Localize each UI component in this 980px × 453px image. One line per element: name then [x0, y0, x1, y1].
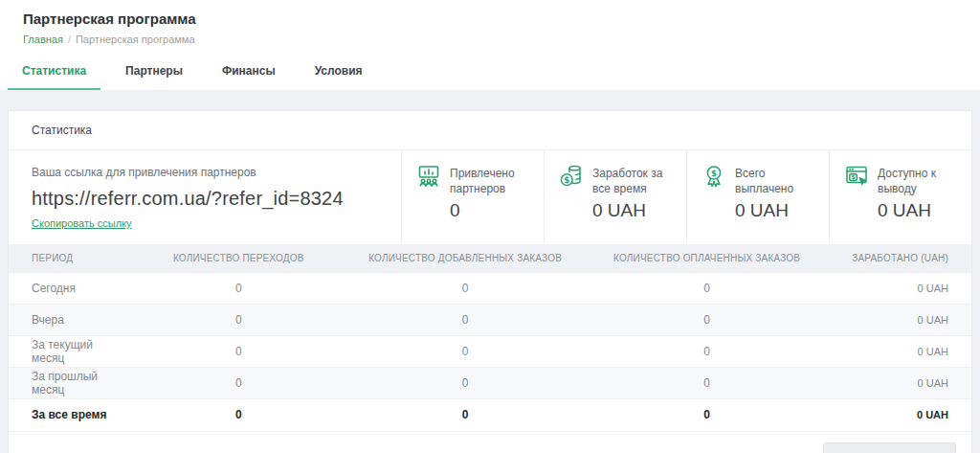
breadcrumb-current: Партнерская программа — [76, 34, 195, 45]
statistics-panel: Статистика Ваша ссылка для привлечения п… — [8, 110, 972, 453]
cell-added-orders: 0 — [345, 336, 585, 368]
statistics-table: ПЕРИОД КОЛИЧЕСТВО ПЕРЕХОДОВ КОЛИЧЕСТВО Д… — [9, 244, 971, 431]
panel-footer: Получить выплату — [9, 431, 971, 453]
tab-partners[interactable]: Партнеры — [111, 59, 197, 90]
cell-paid-orders: 0 — [585, 305, 829, 336]
cell-transitions: 0 — [131, 305, 345, 336]
stat-card-earned-total: $ Заработок за все время 0 UAH — [544, 150, 686, 244]
referral-link-label: Ваша ссылка для привлечения партнеров — [32, 166, 378, 179]
column-header-earned: ЗАРАБОТАНО (UAH) — [829, 244, 971, 273]
stat-card-paid-out: $ Всего выплачено 0 UAH — [686, 150, 829, 244]
cell-transitions: 0 — [131, 273, 345, 305]
cell-added-orders: 0 — [345, 368, 585, 399]
audience-icon — [416, 164, 441, 189]
cell-earned: 0 UAH — [829, 336, 971, 368]
cell-earned: 0 UAH — [829, 305, 971, 336]
stat-card-available: $ Доступно к выводу 0 UAH — [829, 150, 971, 244]
svg-text:$: $ — [564, 175, 569, 185]
stat-value: 0 UAH — [878, 200, 960, 221]
table-row: Сегодня 0 0 0 0 UAH — [9, 273, 971, 305]
referral-link-block: Ваша ссылка для привлечения партнеров ht… — [9, 150, 401, 244]
breadcrumb-home-link[interactable]: Главная — [23, 34, 63, 45]
stat-value: 0 UAH — [592, 200, 675, 221]
cell-transitions: 0 — [131, 336, 345, 368]
svg-text:$: $ — [851, 173, 856, 181]
breadcrumb-separator: / — [68, 34, 71, 45]
cell-period: За текущий месяц — [9, 336, 131, 368]
cell-transitions: 0 — [131, 368, 345, 399]
cell-earned: 0 UAH — [829, 273, 971, 305]
tab-finances[interactable]: Финансы — [208, 59, 290, 90]
table-row: За текущий месяц 0 0 0 0 UAH — [9, 336, 971, 368]
column-header-added-orders: КОЛИЧЕСТВО ДОБАВЛЕННЫХ ЗАКАЗОВ — [345, 244, 585, 273]
page-title: Партнерская программа — [23, 11, 957, 27]
table-header-row: ПЕРИОД КОЛИЧЕСТВО ПЕРЕХОДОВ КОЛИЧЕСТВО Д… — [9, 244, 971, 273]
stat-label: Всего выплачено — [735, 164, 817, 196]
tab-conditions[interactable]: Условия — [301, 59, 377, 90]
table-row: За прошлый месяц 0 0 0 0 UAH — [9, 368, 971, 399]
svg-text:$: $ — [711, 169, 717, 178]
stat-value: 0 UAH — [735, 200, 817, 221]
stat-label: Привлечено партнеров — [450, 164, 532, 196]
stat-label: Заработок за все время — [592, 164, 675, 196]
table-row-total: За все время 0 0 0 0 UAH — [9, 399, 971, 431]
stat-value: 0 — [450, 200, 532, 221]
table-row: Вчера 0 0 0 0 UAH — [9, 305, 971, 336]
cell-paid-orders: 0 — [585, 399, 829, 431]
cell-period: Сегодня — [9, 273, 131, 305]
column-header-paid-orders: КОЛИЧЕСТВО ОПЛАЧЕННЫХ ЗАКАЗОВ — [585, 244, 829, 273]
medal-icon: $ — [702, 164, 726, 189]
cell-added-orders: 0 — [345, 305, 585, 336]
cell-paid-orders: 0 — [585, 336, 829, 368]
cell-earned: 0 UAH — [829, 368, 971, 399]
cell-added-orders: 0 — [345, 399, 585, 431]
coins-icon: $ — [559, 164, 584, 189]
stat-label: Доступно к выводу — [878, 164, 960, 196]
tab-statistics[interactable]: Статистика — [8, 59, 100, 90]
cell-transitions: 0 — [131, 399, 345, 431]
cell-paid-orders: 0 — [585, 368, 829, 399]
summary-row: Ваша ссылка для привлечения партнеров ht… — [9, 150, 971, 244]
cell-period: За все время — [9, 399, 131, 431]
column-header-transitions: КОЛИЧЕСТВО ПЕРЕХОДОВ — [131, 244, 345, 273]
stat-card-partners: Привлечено партнеров 0 — [401, 150, 544, 244]
copy-link-button[interactable]: Скопировать ссылку — [32, 217, 132, 229]
cell-period: Вчера — [9, 305, 131, 336]
cell-paid-orders: 0 — [585, 273, 829, 305]
panel-title: Статистика — [9, 111, 971, 150]
referral-url: https://referr.com.ua/?refer_id=8324 — [32, 188, 378, 210]
cell-added-orders: 0 — [345, 273, 585, 305]
cell-earned: 0 UAH — [829, 399, 971, 431]
page-header: Партнерская программа Главная/Партнерска… — [0, 0, 980, 90]
withdraw-icon: $ — [844, 164, 869, 189]
cell-period: За прошлый месяц — [9, 368, 131, 399]
tab-bar: Статистика Партнеры Финансы Условия — [8, 59, 957, 90]
payout-button[interactable]: Получить выплату — [823, 442, 956, 453]
breadcrumb: Главная/Партнерская программа — [23, 34, 957, 45]
column-header-period: ПЕРИОД — [9, 244, 131, 273]
